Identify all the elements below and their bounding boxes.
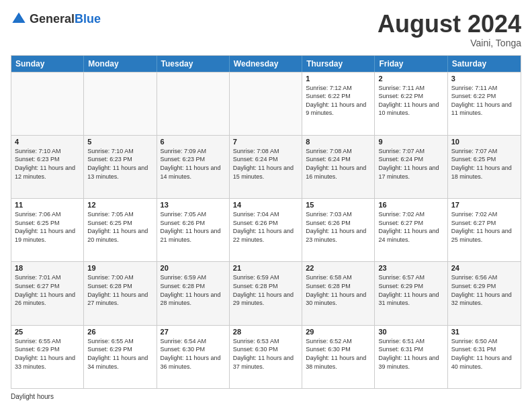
day-number: 23 [378,264,443,272]
cell-text: Sunrise: 6:59 AM Sunset: 6:28 PM Dayligh… [233,273,298,307]
cell-text: Sunrise: 7:08 AM Sunset: 6:24 PM Dayligh… [233,147,298,181]
day-number: 7 [233,138,298,146]
calendar-header: SundayMondayTuesdayWednesdayThursdayFrid… [11,56,521,72]
day-number: 22 [306,264,371,272]
logo-blue: Blue [75,12,101,26]
cal-cell: 27Sunrise: 6:54 AM Sunset: 6:30 PM Dayli… [157,326,230,388]
cal-cell: 23Sunrise: 6:57 AM Sunset: 6:29 PM Dayli… [375,262,447,324]
cal-cell: 13Sunrise: 7:05 AM Sunset: 6:26 PM Dayli… [157,199,230,261]
calendar-body: 1Sunrise: 7:12 AM Sunset: 6:22 PM Daylig… [11,72,521,388]
cal-header-monday: Monday [84,56,157,72]
cell-text: Sunrise: 7:01 AM Sunset: 6:27 PM Dayligh… [15,273,80,307]
cell-text: Sunrise: 6:54 AM Sunset: 6:30 PM Dayligh… [161,337,226,371]
cal-header-sunday: Sunday [11,56,84,72]
day-number: 10 [451,138,517,146]
cal-week-3: 11Sunrise: 7:06 AM Sunset: 6:25 PM Dayli… [11,198,521,261]
day-number: 1 [306,75,371,83]
cal-cell: 20Sunrise: 6:59 AM Sunset: 6:28 PM Dayli… [157,262,230,324]
cal-cell: 18Sunrise: 7:01 AM Sunset: 6:27 PM Dayli… [11,262,84,324]
cell-text: Sunrise: 7:11 AM Sunset: 6:22 PM Dayligh… [451,84,517,118]
cal-cell: 22Sunrise: 6:58 AM Sunset: 6:28 PM Dayli… [302,262,375,324]
day-number: 16 [378,201,443,209]
cal-cell: 29Sunrise: 6:52 AM Sunset: 6:30 PM Dayli… [302,326,375,388]
footer: Daylight hours [11,393,521,400]
cell-text: Sunrise: 7:09 AM Sunset: 6:23 PM Dayligh… [161,147,226,181]
cal-header-thursday: Thursday [302,56,375,72]
cell-text: Sunrise: 7:06 AM Sunset: 6:25 PM Dayligh… [15,210,80,244]
cal-cell: 10Sunrise: 7:07 AM Sunset: 6:25 PM Dayli… [448,136,521,198]
cell-text: Sunrise: 7:08 AM Sunset: 6:24 PM Dayligh… [306,147,371,181]
day-number: 24 [451,264,517,272]
day-number: 19 [87,264,152,272]
day-number: 30 [378,328,443,336]
cell-text: Sunrise: 7:07 AM Sunset: 6:25 PM Dayligh… [451,147,517,181]
day-number: 21 [233,264,298,272]
day-number: 29 [306,328,371,336]
cal-week-2: 4Sunrise: 7:10 AM Sunset: 6:23 PM Daylig… [11,135,521,198]
cal-cell: 1Sunrise: 7:12 AM Sunset: 6:22 PM Daylig… [302,73,375,135]
day-number: 17 [451,201,517,209]
cell-text: Sunrise: 6:55 AM Sunset: 6:29 PM Dayligh… [15,337,80,371]
cell-text: Sunrise: 7:07 AM Sunset: 6:24 PM Dayligh… [378,147,443,181]
cal-header-saturday: Saturday [448,56,521,72]
day-number: 3 [451,75,517,83]
calendar: SundayMondayTuesdayWednesdayThursdayFrid… [11,55,521,389]
cell-text: Sunrise: 7:04 AM Sunset: 6:26 PM Dayligh… [233,210,298,244]
cal-cell: 8Sunrise: 7:08 AM Sunset: 6:24 PM Daylig… [302,136,375,198]
day-number: 15 [306,201,371,209]
cell-text: Sunrise: 6:55 AM Sunset: 6:29 PM Dayligh… [87,337,152,371]
day-number: 13 [161,201,226,209]
cal-cell: 4Sunrise: 7:10 AM Sunset: 6:23 PM Daylig… [11,136,84,198]
day-number: 8 [306,138,371,146]
cal-cell: 3Sunrise: 7:11 AM Sunset: 6:22 PM Daylig… [448,73,521,135]
logo-general: General [30,12,75,26]
day-number: 26 [87,328,152,336]
day-number: 28 [233,328,298,336]
day-number: 27 [161,328,226,336]
day-number: 18 [15,264,80,272]
cell-text: Sunrise: 7:02 AM Sunset: 6:27 PM Dayligh… [451,210,517,244]
cal-week-5: 25Sunrise: 6:55 AM Sunset: 6:29 PM Dayli… [11,325,521,388]
cal-cell [157,73,230,135]
cal-cell: 7Sunrise: 7:08 AM Sunset: 6:24 PM Daylig… [230,136,302,198]
cal-cell [230,73,302,135]
cal-header-friday: Friday [375,56,447,72]
cell-text: Sunrise: 7:12 AM Sunset: 6:22 PM Dayligh… [306,84,371,118]
cal-cell: 21Sunrise: 6:59 AM Sunset: 6:28 PM Dayli… [230,262,302,324]
logo-icon [11,11,27,27]
day-number: 2 [378,75,443,83]
cal-cell: 12Sunrise: 7:05 AM Sunset: 6:25 PM Dayli… [84,199,157,261]
cell-text: Sunrise: 7:05 AM Sunset: 6:26 PM Dayligh… [161,210,226,244]
day-number: 31 [451,328,517,336]
day-number: 20 [161,264,226,272]
cal-cell: 30Sunrise: 6:51 AM Sunset: 6:31 PM Dayli… [375,326,447,388]
day-number: 14 [233,201,298,209]
cal-cell [84,73,157,135]
day-number: 6 [161,138,226,146]
cal-cell: 25Sunrise: 6:55 AM Sunset: 6:29 PM Dayli… [11,326,84,388]
cell-text: Sunrise: 7:05 AM Sunset: 6:25 PM Dayligh… [87,210,152,244]
day-number: 5 [87,138,152,146]
cal-cell: 24Sunrise: 6:56 AM Sunset: 6:29 PM Dayli… [448,262,521,324]
cal-week-1: 1Sunrise: 7:12 AM Sunset: 6:22 PM Daylig… [11,72,521,135]
cell-text: Sunrise: 7:00 AM Sunset: 6:28 PM Dayligh… [87,273,152,307]
day-number: 4 [15,138,80,146]
cell-text: Sunrise: 7:10 AM Sunset: 6:23 PM Dayligh… [87,147,152,181]
cal-cell [11,73,84,135]
logo: GeneralBlue [11,11,101,27]
month-title: August 2024 [378,11,521,38]
location: Vaini, Tonga [378,38,521,48]
cell-text: Sunrise: 7:02 AM Sunset: 6:27 PM Dayligh… [378,210,443,244]
day-number: 25 [15,328,80,336]
cell-text: Sunrise: 6:58 AM Sunset: 6:28 PM Dayligh… [306,273,371,307]
title-block: August 2024 Vaini, Tonga [378,11,521,48]
cal-cell: 16Sunrise: 7:02 AM Sunset: 6:27 PM Dayli… [375,199,447,261]
cell-text: Sunrise: 6:57 AM Sunset: 6:29 PM Dayligh… [378,273,443,307]
cal-cell: 9Sunrise: 7:07 AM Sunset: 6:24 PM Daylig… [375,136,447,198]
header: GeneralBlue August 2024 Vaini, Tonga [11,11,521,48]
cal-cell: 15Sunrise: 7:03 AM Sunset: 6:26 PM Dayli… [302,199,375,261]
day-number: 12 [87,201,152,209]
cell-text: Sunrise: 6:50 AM Sunset: 6:31 PM Dayligh… [451,337,517,371]
day-number: 9 [378,138,443,146]
cell-text: Sunrise: 6:59 AM Sunset: 6:28 PM Dayligh… [161,273,226,307]
